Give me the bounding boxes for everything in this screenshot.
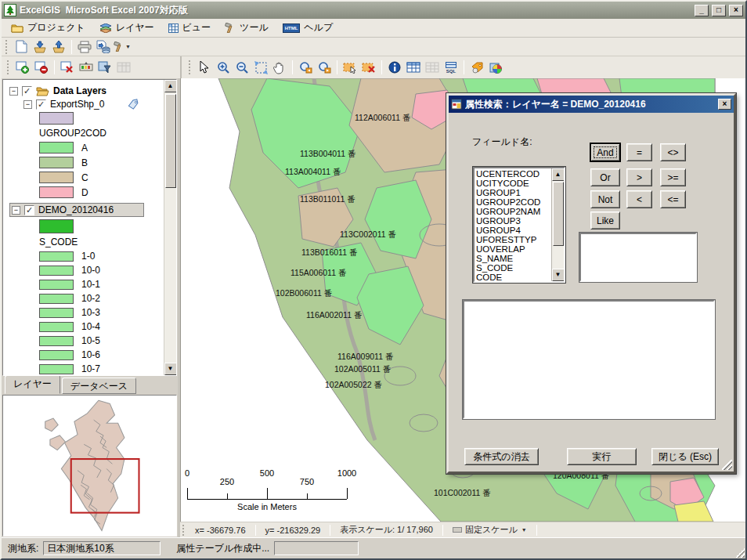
zoom-out-icon[interactable] xyxy=(233,59,251,76)
legend-item[interactable]: 10-1 xyxy=(39,279,164,290)
sql-icon[interactable]: SQL xyxy=(442,59,460,76)
clear-selection-icon[interactable] xyxy=(359,59,378,76)
scroll-up-icon[interactable]: ▲ xyxy=(164,80,177,92)
scrollbar-thumb[interactable] xyxy=(165,94,176,188)
field-listbox[interactable]: UCENTERCODUCITYCODEUGROUP1UGROUP2CODUGRO… xyxy=(473,167,565,283)
legend-item[interactable]: 1-0 xyxy=(39,251,164,262)
symbology-icon[interactable] xyxy=(486,59,505,76)
maximize-button[interactable]: □ xyxy=(712,5,726,16)
identify-icon[interactable] xyxy=(385,59,404,76)
legend-item[interactable]: 10-0 xyxy=(39,265,164,276)
scroll-up-icon[interactable]: ▲ xyxy=(552,168,565,181)
zoom-extent-icon[interactable] xyxy=(251,59,270,76)
close-esc-button[interactable]: 閉じる (Esc) xyxy=(651,448,719,465)
collapse-icon[interactable]: − xyxy=(23,100,32,109)
expression-textarea[interactable] xyxy=(463,300,715,419)
pan-icon[interactable] xyxy=(270,59,289,76)
scroll-down-icon[interactable]: ▼ xyxy=(164,363,177,375)
and-button[interactable]: And xyxy=(590,143,620,161)
greater-button[interactable]: > xyxy=(626,168,652,186)
import-icon[interactable] xyxy=(31,38,49,56)
legend-item[interactable]: A xyxy=(39,142,164,154)
field-list-item[interactable]: UGROUP2NAM xyxy=(476,207,551,216)
collapse-icon[interactable]: − xyxy=(9,87,18,96)
view-prev-icon[interactable] xyxy=(296,59,315,76)
checkbox-checked-icon[interactable]: ✓ xyxy=(36,99,46,110)
dialog-close-icon[interactable]: × xyxy=(718,99,731,110)
pointer-icon[interactable] xyxy=(195,59,214,76)
menu-tools[interactable]: ツール xyxy=(220,20,276,36)
zoom-in-icon[interactable] xyxy=(214,59,233,76)
legend-item[interactable]: 10-7 xyxy=(39,363,164,374)
dialog-resize-grip[interactable] xyxy=(722,460,732,470)
tab-layers[interactable]: レイヤー xyxy=(5,375,60,394)
export-icon[interactable] xyxy=(49,38,68,56)
excel-export-icon[interactable] xyxy=(94,38,113,56)
new-icon[interactable] xyxy=(12,38,31,56)
tools-dropdown-icon[interactable]: ▼ xyxy=(113,38,132,56)
field-list-item[interactable]: UCENTERCOD xyxy=(476,169,551,179)
field-list-item[interactable]: UGROUP1 xyxy=(476,188,551,197)
collapse-icon[interactable]: − xyxy=(12,206,20,215)
equals-button[interactable]: = xyxy=(626,143,652,161)
legend-item[interactable]: 10-6 xyxy=(39,349,164,360)
close-button[interactable]: × xyxy=(729,5,743,16)
legend-item[interactable]: 10-5 xyxy=(39,335,164,346)
field-list-item[interactable]: UGROUP4 xyxy=(476,226,551,235)
tree-node-exportshp[interactable]: − ✓ ExportShp_0 xyxy=(23,99,164,110)
print-icon[interactable] xyxy=(75,38,94,56)
like-button[interactable]: Like xyxy=(590,211,620,229)
less-button[interactable]: < xyxy=(626,190,652,208)
menu-help[interactable]: HTML ヘルプ xyxy=(278,20,341,36)
scroll-down-icon[interactable]: ▼ xyxy=(552,269,565,281)
layer-add-icon[interactable] xyxy=(13,59,32,76)
label-tag-icon[interactable] xyxy=(127,99,139,110)
fixed-scale-dropdown[interactable]: 固定スケール ▼ xyxy=(446,524,533,536)
legend-item[interactable]: 10-4 xyxy=(39,321,164,332)
clear-expression-button[interactable]: 条件式の消去 xyxy=(464,448,539,465)
menu-view[interactable]: ビュー xyxy=(164,20,219,36)
field-list-item[interactable]: UCITYCODE xyxy=(476,179,551,188)
label-tag-icon[interactable] xyxy=(467,59,486,76)
menu-layer[interactable]: レイヤー xyxy=(95,20,162,36)
less-equal-button[interactable]: <= xyxy=(660,190,686,208)
minimize-button[interactable]: _ xyxy=(695,5,709,16)
scrollbar-thumb[interactable] xyxy=(553,182,564,246)
tab-database[interactable]: データベース xyxy=(62,378,136,394)
or-button[interactable]: Or xyxy=(590,168,620,186)
select-icon[interactable] xyxy=(341,59,359,76)
values-listbox[interactable] xyxy=(579,233,697,282)
execute-button[interactable]: 実行 xyxy=(567,448,637,465)
dialog-title-bar[interactable]: 属性検索：レイヤー名 = DEMO_20120416 × xyxy=(449,96,734,113)
field-list-item[interactable]: UOVERLAP xyxy=(476,244,551,254)
field-list-item[interactable]: S_CODE xyxy=(476,263,551,273)
field-list-item[interactable]: CODE xyxy=(476,273,551,281)
view-next-icon[interactable] xyxy=(315,59,334,76)
tree-scrollbar[interactable]: ▲ ▼ xyxy=(164,80,176,375)
tree-node-data-layers[interactable]: − ✓ Data Layers xyxy=(9,85,164,96)
field-list-scrollbar[interactable]: ▲ ▼ xyxy=(551,168,564,281)
checkbox-checked-icon[interactable]: ✓ xyxy=(22,86,32,96)
field-list-item[interactable]: UFORESTTYP xyxy=(476,235,551,244)
layer-delete-icon[interactable] xyxy=(58,59,77,76)
field-list-item[interactable]: S_NAME xyxy=(476,254,551,263)
legend-item[interactable]: 10-3 xyxy=(39,307,164,318)
legend-item[interactable]: B xyxy=(39,157,164,168)
overview-map[interactable] xyxy=(2,395,177,537)
legend-item[interactable]: D xyxy=(39,186,164,198)
not-equals-button[interactable]: <> xyxy=(660,143,686,161)
attribute-table-icon[interactable] xyxy=(404,59,423,76)
not-button[interactable]: Not xyxy=(590,190,620,208)
field-list-item[interactable]: UGROUP2COD xyxy=(476,197,551,207)
legend-item[interactable]: C xyxy=(39,172,164,183)
window-resize-grip[interactable] xyxy=(735,548,745,558)
field-list-item[interactable]: UGROUP3 xyxy=(476,216,551,226)
legend-item[interactable]: 10-2 xyxy=(39,293,164,304)
layer-filter-icon[interactable] xyxy=(96,59,114,76)
greater-equal-button[interactable]: >= xyxy=(660,168,686,186)
layer-remove-icon[interactable] xyxy=(32,59,51,76)
checkbox-checked-icon[interactable]: ✓ xyxy=(24,205,34,215)
legend-icon[interactable] xyxy=(77,59,96,76)
menu-project[interactable]: プロジェクト xyxy=(6,20,93,36)
tree-node-demo-selected[interactable]: − ✓ DEMO_20120416 xyxy=(9,203,144,217)
